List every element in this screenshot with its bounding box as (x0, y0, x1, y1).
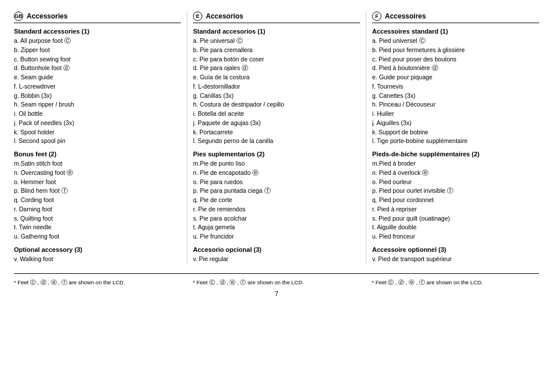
list-item: i. Oil bottle (14, 109, 181, 119)
section-title-0-0: Standard accessories (1) (14, 28, 181, 35)
list-item: s. Pied pour quilt (ouatinage) (372, 214, 539, 224)
list-item: q. Pied pour cordonnet (372, 196, 539, 205)
list-item: b. Zipper foot (14, 46, 181, 55)
column-2: FAccessoiresAccessoires standard (1)a. P… (366, 12, 539, 264)
col-header-0: GBAccessories (14, 12, 181, 23)
list-item: o. Pied ourleur (372, 178, 539, 187)
list-item: k. Support de bobine (372, 128, 539, 137)
list-item: i. Botella del aceite (193, 109, 360, 119)
list-item: q. Cording foot (14, 196, 181, 205)
item-list-2-2: v. Pied de transport supérieur (372, 255, 539, 264)
list-item: r. Pie de remiendos (193, 205, 360, 214)
list-item: d. Buttonhole foot ⓓ (14, 64, 181, 73)
list-item: c. Pie para botón de coser (193, 55, 360, 64)
list-item: v. Pie regular (193, 255, 360, 264)
footer-col-0: * Feet Ⓒ , ⓓ , ⓔ , ⓕ are shown on the LC… (14, 279, 187, 287)
list-item: a. Pie universal Ⓒ (193, 36, 360, 46)
item-list-0-2: v. Walking foot (14, 255, 181, 264)
footer-row: * Feet Ⓒ , ⓓ , ⓔ , ⓕ are shown on the LC… (14, 273, 539, 287)
col-lang-label-0: Accessories (27, 12, 68, 20)
list-item: f. L-destornillador (193, 82, 360, 91)
list-item: j. Paquete de agujas (3x) (193, 119, 360, 128)
page-number-row: 7 (14, 290, 539, 297)
col-header-1: EAccesorios (193, 12, 360, 23)
list-item: h. Pinceau / Découseur (372, 100, 539, 109)
section-title-0-2: Optional accessory (3) (14, 246, 181, 253)
list-item: u. Pie fruncidor (193, 232, 360, 241)
list-item: v. Walking foot (14, 255, 181, 264)
section-title-1-0: Standard accesorios (1) (193, 28, 360, 35)
list-item: l. Segundo perno de la canilla (193, 137, 360, 146)
list-item: j. Pack of needles (3x) (14, 119, 181, 128)
section-title-2-1: Pieds-de-biche supplémentaires (2) (372, 151, 539, 157)
list-item: s. Pie para acolchar (193, 214, 360, 224)
section-title-2-2: Accessoire optionnel (3) (372, 246, 539, 253)
footer-col-2: * Feet Ⓒ , ⓓ , ⓔ , ⓕ are shown on the LC… (366, 279, 539, 287)
list-item: i. Huilier (372, 109, 539, 119)
item-list-0-0: a. All purpose foot Ⓒb. Zipper footc. Bu… (14, 36, 181, 146)
list-item: n. Pie de encapotado ⓔ (193, 168, 360, 178)
list-item: d. Pied à boutonnière ⓓ (372, 64, 539, 73)
list-item: n. Overcasting foot ⓔ (14, 168, 181, 178)
list-item: g. Bobbin (3x) (14, 91, 181, 101)
list-item: p. Pie para puntada ciega ⓕ (193, 186, 360, 196)
list-item: p. Blind hem foot ⓕ (14, 186, 181, 196)
list-item: f. Tournevis (372, 82, 539, 91)
list-item: e. Seam guide (14, 73, 181, 82)
list-item: g. Canillas (3x) (193, 91, 360, 101)
column-1: EAccesoriosStandard accesorios (1)a. Pie… (187, 12, 366, 264)
item-list-2-0: a. Pied universel Ⓒb. Pied pour fermetur… (372, 36, 539, 146)
list-item: e. Guía de la costura (193, 73, 360, 82)
list-item: q. Pie de corte (193, 196, 360, 205)
list-item: b. Pie para cremallera (193, 46, 360, 55)
section-title-2-0: Accessoires standard (1) (372, 28, 539, 35)
list-item: u. Pied fronceur (372, 232, 539, 241)
list-item: o. Hemmer foot (14, 178, 181, 187)
list-item: j. Aiguilles (3x) (372, 119, 539, 128)
page-number: 7 (275, 290, 278, 297)
lang-badge-0: GB (14, 12, 23, 21)
section-title-1-2: Accesorio opcional (3) (193, 246, 360, 253)
list-item: k. Portacarrete (193, 128, 360, 137)
list-item: o. Pie para ruedos (193, 178, 360, 187)
list-item: r. Darning foot (14, 205, 181, 214)
item-list-0-1: m.Satin stitch footn. Overcasting foot ⓔ… (14, 159, 181, 241)
list-item: t. Aiguille double (372, 223, 539, 232)
footer-col-1: * Feet Ⓒ , ⓓ , ⓔ , ⓕ are shown on the LC… (187, 279, 366, 287)
list-item: d. Pie para ojales ⓓ (193, 64, 360, 73)
list-item: b. Pied pour fermetures à glissière (372, 46, 539, 55)
lang-badge-2: F (372, 12, 381, 21)
list-item: e. Guide pour piquage (372, 73, 539, 82)
list-item: h. Costura de destripador / cepillo (193, 100, 360, 109)
list-item: p. Pied pour ourlet invisible ⓕ (372, 186, 539, 196)
list-item: c. Button sewing foot (14, 55, 181, 64)
list-item: m.Pie de punto liso (193, 159, 360, 168)
list-item: g. Canettes (3x) (372, 91, 539, 101)
list-item: l. Tige porte-bobine supplémentaire (372, 137, 539, 146)
list-item: a. Pied universel Ⓒ (372, 36, 539, 46)
list-item: k. Spool holder (14, 128, 181, 137)
section-title-1-1: Pies suplementarios (2) (193, 151, 360, 157)
list-item: h. Seam ripper / brush (14, 100, 181, 109)
list-item: a. All purpose foot Ⓒ (14, 36, 181, 46)
col-lang-label-1: Accesorios (206, 12, 243, 20)
item-list-1-2: v. Pie regular (193, 255, 360, 264)
list-item: m.Satin stitch foot (14, 159, 181, 168)
item-list-2-1: m.Pied à brodern. Pied à overlock ⓔo. Pi… (372, 159, 539, 241)
col-header-2: FAccessoires (372, 12, 539, 23)
column-0: GBAccessoriesStandard accessories (1)a. … (14, 12, 187, 264)
list-item: r. Pied à repriser (372, 205, 539, 214)
page-container: GBAccessoriesStandard accessories (1)a. … (14, 12, 539, 297)
list-item: l. Second spool pin (14, 137, 181, 146)
list-item: t. Twin needle (14, 223, 181, 232)
col-lang-label-2: Accessoires (385, 12, 426, 20)
list-item: v. Pied de transport supérieur (372, 255, 539, 264)
item-list-1-0: a. Pie universal Ⓒb. Pie para cremallera… (193, 36, 360, 146)
section-title-0-1: Bonus feet (2) (14, 151, 181, 157)
list-item: t. Aguja gemela (193, 223, 360, 232)
list-item: m.Pied à broder (372, 159, 539, 168)
columns-row: GBAccessoriesStandard accessories (1)a. … (14, 12, 539, 264)
list-item: f. L-screwdriver (14, 82, 181, 91)
list-item: s. Quilting foot (14, 214, 181, 224)
item-list-1-1: m.Pie de punto lison. Pie de encapotado … (193, 159, 360, 241)
